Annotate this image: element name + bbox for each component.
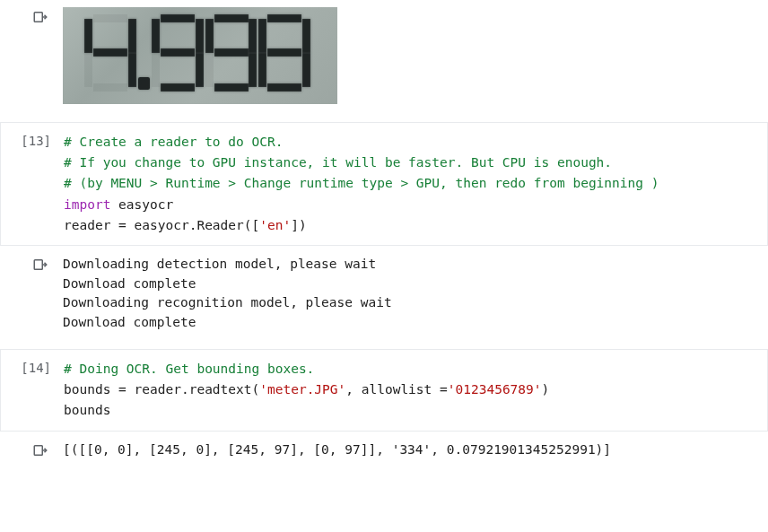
output-gutter	[0, 7, 63, 25]
stdout-13: Downloading detection model, please wait…	[63, 255, 750, 333]
code-editor-13[interactable]: # Create a reader to do OCR. # If you ch…	[64, 132, 749, 236]
output-gutter-14	[0, 440, 63, 458]
output-cell-14: [([[0, 0], [245, 0], [245, 97], [0, 97]]…	[0, 432, 768, 466]
lcd-decimal-dot	[138, 77, 151, 90]
output-toggle-icon[interactable]	[32, 9, 50, 25]
code-content-14[interactable]: # Doing OCR. Get bounding boxes. bounds …	[64, 359, 767, 422]
result-14: [([[0, 0], [245, 0], [245, 97], [0, 97]]…	[63, 440, 750, 460]
code-content-13[interactable]: # Create a reader to do OCR. # If you ch…	[64, 132, 767, 236]
code-gutter-14: [14]	[1, 359, 64, 375]
lcd-digit-8	[258, 14, 310, 92]
output-content-image	[63, 7, 768, 104]
svg-rect-2	[34, 445, 42, 455]
exec-count-13: [13]	[21, 134, 51, 148]
output-toggle-icon-14[interactable]	[32, 442, 50, 458]
code-gutter-13: [13]	[1, 132, 64, 148]
exec-count-14: [14]	[21, 361, 51, 375]
lcd-digit-9	[152, 14, 204, 92]
output-cell-13: Downloading detection model, please wait…	[0, 246, 768, 338]
output-content-13: Downloading detection model, please wait…	[63, 255, 768, 333]
code-editor-14[interactable]: # Doing OCR. Get bounding boxes. bounds …	[64, 359, 749, 422]
code-cell-14[interactable]: [14] # Doing OCR. Get bounding boxes. bo…	[0, 349, 768, 432]
output-toggle-icon-13[interactable]	[32, 257, 50, 273]
lcd-digit-9b	[205, 14, 257, 92]
lcd-digit-4	[84, 14, 136, 92]
svg-rect-1	[34, 260, 42, 270]
output-gutter-13	[0, 255, 63, 273]
output-content-14: [([[0, 0], [245, 0], [245, 97], [0, 97]]…	[63, 440, 768, 460]
code-cell-13[interactable]: [13] # Create a reader to do OCR. # If y…	[0, 122, 768, 246]
lcd-meter-image	[63, 7, 337, 104]
svg-rect-0	[34, 13, 42, 22]
output-cell-image	[0, 0, 768, 111]
